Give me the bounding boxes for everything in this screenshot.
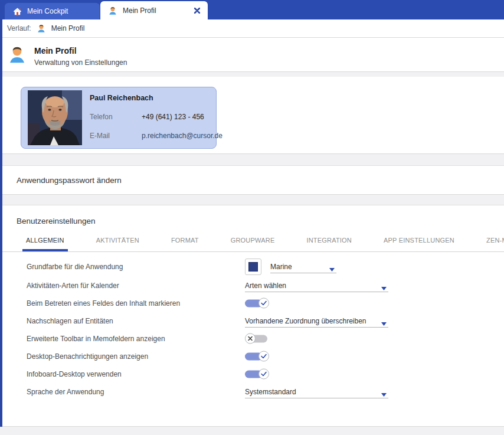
setting-row-kalender-arten: Aktivitäten-Arten für Kalender Arten wäh… <box>0 277 504 295</box>
password-section-title: Anwendungspasswort ändern <box>17 176 122 185</box>
left-accent-stripe <box>0 19 2 427</box>
chevron-down-icon <box>329 265 335 273</box>
color-swatch <box>248 262 258 272</box>
color-swatch-button[interactable] <box>245 259 261 275</box>
tab-allgemein[interactable]: ALLGEMEIN <box>22 231 68 251</box>
setting-row-sprache: Sprache der Anwendung Systemstandard <box>0 383 504 401</box>
window-tab-bar: Mein Cockpit Mein Profil <box>0 0 504 19</box>
toggle-desktop-benachrichtigungen[interactable] <box>245 351 272 362</box>
breadcrumb: Verlauf: Mein Profil <box>0 19 504 38</box>
toggle-infoboard-desktop[interactable] <box>245 369 272 380</box>
email-value[interactable]: p.reichenbach@cursor.de <box>142 132 222 140</box>
tab-mein-cockpit[interactable]: Mein Cockpit <box>5 3 100 19</box>
breadcrumb-label: Verlauf: <box>7 24 31 32</box>
page-header: Mein Profil Verwaltung von Einstellungen <box>0 38 504 72</box>
color-theme-select[interactable]: Marine <box>270 260 336 273</box>
setting-label: Infoboard-Desktop verwenden <box>27 370 122 378</box>
email-label: E-Mail <box>90 132 142 140</box>
select-value: Vorhandene Zuordnung überschreiben <box>245 317 366 325</box>
select-value: Arten wählen <box>245 282 286 290</box>
person-icon <box>37 24 46 33</box>
setting-row-grundfarbe: Grundfarbe für die Anwendung Marine <box>0 257 504 277</box>
tab-integration[interactable]: INTEGRATION <box>303 231 355 251</box>
settings-rows: Grundfarbe für die Anwendung Marine Akti… <box>0 257 504 401</box>
setting-label: Desktop-Benachrichtigungen anzeigen <box>27 352 148 361</box>
phone-value: +49 (641) 123 - 456 <box>142 113 204 121</box>
phone-label: Telefon <box>90 113 142 121</box>
profile-card-section: Paul Reichenbach Telefon +49 (641) 123 -… <box>0 77 504 154</box>
chevron-down-icon <box>381 284 387 292</box>
settings-section: Benutzereinstellungen ALLGEMEIN AKTIVITÄ… <box>0 205 504 427</box>
profile-card[interactable]: Paul Reichenbach Telefon +49 (641) 123 -… <box>21 87 217 149</box>
nachschlagen-select[interactable]: Vorhandene Zuordnung überschreiben <box>245 315 388 328</box>
profile-avatar-icon <box>7 44 27 67</box>
home-icon <box>13 7 22 16</box>
settings-tab-bar: ALLGEMEIN AKTIVITÄTEN FORMAT GROUPWARE I… <box>0 231 504 252</box>
tab-zen-modus[interactable]: ZEN-MODUS <box>483 231 504 251</box>
select-value: Systemstandard <box>245 388 296 396</box>
toggle-toolbar-memofelder[interactable] <box>245 333 272 345</box>
chevron-down-icon <box>381 319 387 328</box>
tab-app-einstellungen[interactable]: APP EINSTELLUNGEN <box>380 231 458 251</box>
tab-groupware[interactable]: GROUPWARE <box>227 231 279 251</box>
breadcrumb-item-mein-profil[interactable]: Mein Profil <box>51 24 85 32</box>
tab-format[interactable]: FORMAT <box>168 231 202 251</box>
setting-label: Nachschlagen auf Entitäten <box>27 317 113 325</box>
setting-row-infoboard-desktop: Infoboard-Desktop verwenden <box>0 365 504 383</box>
tab-label: Mein Profil <box>123 6 156 15</box>
setting-label: Beim Betreten eines Feldes den Inhalt ma… <box>27 299 180 308</box>
tab-label: Mein Cockpit <box>27 7 68 15</box>
setting-label: Aktivitäten-Arten für Kalender <box>27 282 119 290</box>
toggle-inhalt-markieren[interactable] <box>245 298 272 309</box>
sprache-select[interactable]: Systemstandard <box>245 385 388 398</box>
setting-row-inhalt-markieren: Beim Betreten eines Feldes den Inhalt ma… <box>0 295 504 312</box>
kalender-arten-select[interactable]: Arten wählen <box>245 279 388 292</box>
setting-row-toolbar-memofelder: Erweiterte Toolbar in Memofeldern anzeig… <box>0 330 504 348</box>
settings-title: Benutzereinstellungen <box>0 205 504 225</box>
tab-aktivitaeten[interactable]: AKTIVITÄTEN <box>93 231 143 251</box>
setting-row-nachschlagen: Nachschlagen auf Entitäten Vorhandene Zu… <box>0 312 504 330</box>
tab-mein-profil[interactable]: Mein Profil <box>100 1 208 19</box>
setting-label: Grundfarbe für die Anwendung <box>27 263 123 271</box>
password-section-header[interactable]: Anwendungspasswort ändern <box>0 165 504 195</box>
person-icon <box>108 6 117 15</box>
setting-row-desktop-benachrichtigungen: Desktop-Benachrichtigungen anzeigen <box>0 348 504 365</box>
contact-name: Paul Reichenbach <box>90 94 222 102</box>
select-value: Marine <box>270 263 292 271</box>
chevron-down-icon <box>381 390 387 398</box>
setting-label: Sprache der Anwendung <box>27 388 104 396</box>
profile-photo <box>28 90 82 145</box>
setting-label: Erweiterte Toolbar in Memofeldern anzeig… <box>27 335 165 343</box>
close-icon[interactable] <box>194 8 200 14</box>
page-subtitle: Verwaltung von Einstellungen <box>34 58 127 67</box>
page-title: Mein Profil <box>34 46 77 55</box>
